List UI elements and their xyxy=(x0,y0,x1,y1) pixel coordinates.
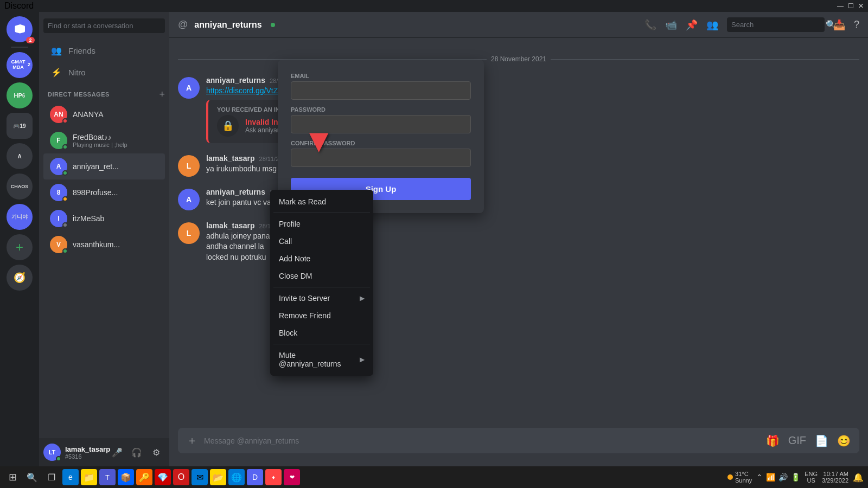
server-icon-2[interactable]: HP 6 xyxy=(7,82,33,108)
discover-button[interactable]: 🧭 xyxy=(7,265,33,291)
email-input[interactable] xyxy=(291,81,471,100)
explorer-icon[interactable]: 📁 xyxy=(81,469,97,485)
dm-section: 👥 Friends ⚡ Nitro DIRECT MESSAGES + AN A… xyxy=(39,40,169,438)
dropbox-icon[interactable]: 📦 xyxy=(118,469,134,485)
dm-item-anniyan[interactable]: A anniyan_ret... xyxy=(43,153,165,179)
chat-input[interactable] xyxy=(204,431,760,451)
key-icon[interactable]: 🔑 xyxy=(136,469,152,485)
start-button[interactable]: ⊞ xyxy=(4,469,21,485)
network-icon[interactable]: 📶 xyxy=(766,473,775,481)
notification-icon[interactable]: 🔔 xyxy=(853,472,864,483)
user-info: lamak_tasarp #5316 xyxy=(65,445,104,460)
server-icon-6[interactable]: 기니야 xyxy=(7,204,33,230)
task-view-button[interactable]: ❐ xyxy=(43,468,60,486)
dm-item-ananya[interactable]: AN ANANYA xyxy=(43,101,165,127)
dm-add-button[interactable]: + xyxy=(159,89,165,99)
app3-icon[interactable]: ❤ xyxy=(284,469,300,485)
top-bar: @ anniyan_returns 📞 📹 📌 👥 🔍 📥 ? xyxy=(169,12,868,38)
help-button[interactable]: ? xyxy=(854,19,859,30)
emoji-button[interactable]: 😊 xyxy=(835,429,853,453)
ctx-mark-as-read[interactable]: Mark as Read xyxy=(273,193,370,210)
server-icon-4[interactable]: A xyxy=(7,143,33,169)
close-button[interactable]: ✕ xyxy=(858,2,864,10)
dm-info-anniyan: anniyan_ret... xyxy=(73,162,161,171)
ctx-remove-friend[interactable]: Remove Friend xyxy=(273,307,370,324)
friends-label: Friends xyxy=(68,46,95,55)
server-icon-3[interactable]: 🎮 19 xyxy=(7,113,33,139)
maximize-button[interactable]: ☐ xyxy=(848,2,854,10)
edge-icon[interactable]: e xyxy=(62,469,79,485)
channel-sidebar: 👥 Friends ⚡ Nitro DIRECT MESSAGES + AN A… xyxy=(39,12,169,466)
dm-item-itzme[interactable]: I itzMeSab xyxy=(43,206,165,232)
members-button[interactable]: 👥 xyxy=(706,19,718,31)
gift-button[interactable]: 🎁 xyxy=(764,429,782,453)
ctx-call[interactable]: Call xyxy=(273,233,370,250)
volume-icon[interactable]: 🔊 xyxy=(778,473,788,481)
opera-icon[interactable]: O xyxy=(173,469,189,485)
weather-text: 31°C Sunny xyxy=(735,471,752,484)
dm-item-898[interactable]: 8 898Profuse... xyxy=(43,179,165,206)
ctx-block[interactable]: Block xyxy=(273,324,370,342)
ctx-profile[interactable]: Profile xyxy=(273,215,370,233)
ctx-remove-friend-label: Remove Friend xyxy=(279,311,331,320)
taskbar-time: 10:17 AM 3/29/2022 xyxy=(822,471,848,484)
dm-info-898: 898Profuse... xyxy=(73,188,161,197)
discord-taskbar-icon[interactable]: D xyxy=(247,469,263,485)
dm-avatar-anniyan: A xyxy=(50,158,67,175)
headset-button[interactable]: 🎧 xyxy=(128,444,145,461)
dm-item-vasanth[interactable]: V vasanthkum... xyxy=(43,232,165,258)
ctx-add-note[interactable]: Add Note xyxy=(273,250,370,267)
friends-icon: 👥 xyxy=(50,44,63,57)
home-badge: 2 xyxy=(26,37,35,43)
ctx-close-dm[interactable]: Close DM xyxy=(273,267,370,285)
friends-nav-item[interactable]: 👥 Friends xyxy=(43,40,165,61)
user-panel: LT lamak_tasarp #5316 🎤 🎧 ⚙ xyxy=(39,438,169,466)
ctx-mute-arrow: ▶ xyxy=(360,356,365,363)
search-taskbar-button[interactable]: 🔍 xyxy=(23,468,41,486)
status-dot-itzme xyxy=(62,222,68,228)
files-icon[interactable]: 📂 xyxy=(210,469,226,485)
ctx-invite-to-server[interactable]: Invite to Server ▶ xyxy=(273,290,370,307)
server-badge-1: 2 xyxy=(28,62,30,68)
inbox-button[interactable]: 📥 xyxy=(833,19,845,31)
mail-icon[interactable]: ✉ xyxy=(192,469,208,485)
pin-button[interactable]: 📌 xyxy=(686,19,698,31)
server-badge-3: 19 xyxy=(20,123,25,129)
ctx-call-label: Call xyxy=(279,237,292,246)
ctx-mute[interactable]: Mute @anniyan_returns ▶ xyxy=(273,346,370,373)
chevron-up-icon[interactable]: ⌃ xyxy=(756,473,763,481)
invite-card-icon: 🔒 xyxy=(217,115,239,137)
teams-icon[interactable]: T xyxy=(99,469,116,485)
app: 2 GMAT MBA 2 HP 6 🎮 19 A CHAOS 기니야 + 🧭 xyxy=(0,12,868,466)
home-icon[interactable]: 2 xyxy=(7,16,33,42)
server-icon-1[interactable]: GMAT MBA 2 xyxy=(7,52,33,78)
app2-icon[interactable]: ♦ xyxy=(265,469,282,485)
ctx-separator-3 xyxy=(273,344,370,344)
add-server-button[interactable]: + xyxy=(7,234,33,260)
sticker-button[interactable]: 📄 xyxy=(813,429,831,453)
call-button[interactable]: 📞 xyxy=(644,19,656,31)
server-icon-5[interactable]: CHAOS xyxy=(7,174,33,200)
nitro-nav-item[interactable]: ⚡ Nitro xyxy=(43,61,165,83)
settings-button[interactable]: ⚙ xyxy=(148,444,165,461)
mic-button[interactable]: 🎤 xyxy=(108,444,126,461)
ctx-mute-label: Mute @anniyan_returns xyxy=(279,351,360,368)
dm-section-header: DIRECT MESSAGES + xyxy=(39,83,169,101)
dm-name-vasanth: vasanthkum... xyxy=(73,240,161,249)
search-input[interactable] xyxy=(43,18,165,33)
date-divider-line-right xyxy=(551,59,859,60)
ctx-separator-2 xyxy=(273,287,370,287)
ruby-icon[interactable]: 💎 xyxy=(155,469,171,485)
msg-username-4: lamak_tasarp xyxy=(206,221,255,230)
search-input-topbar[interactable] xyxy=(731,21,822,29)
minimize-button[interactable]: — xyxy=(837,2,844,10)
add-attachment-button[interactable]: ＋ xyxy=(184,428,200,453)
weather-info: 31°C Sunny xyxy=(727,471,752,484)
battery-icon[interactable]: 🔋 xyxy=(791,473,800,481)
gif-button[interactable]: GIF xyxy=(786,429,808,452)
taskbar: ⊞ 🔍 ❐ e 📁 T 📦 🔑 💎 O ✉ 📂 🌐 D ♦ ❤ 31°C Sun… xyxy=(0,466,868,488)
edge2-icon[interactable]: 🌐 xyxy=(228,469,245,485)
video-button[interactable]: 📹 xyxy=(665,19,677,31)
dm-item-fredboat[interactable]: F FredBoat♪♪ Playing music | ;help xyxy=(43,127,165,153)
online-indicator xyxy=(271,23,275,27)
